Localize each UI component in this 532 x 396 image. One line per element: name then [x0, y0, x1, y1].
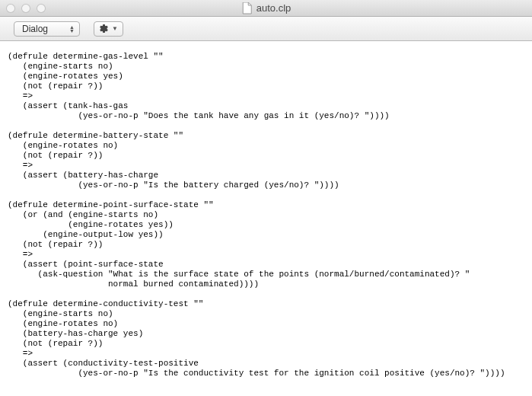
close-button[interactable] [6, 4, 15, 13]
minimize-button[interactable] [21, 4, 30, 13]
traffic-lights [6, 4, 46, 13]
gear-menu-button[interactable]: ▼ [94, 21, 123, 37]
gear-icon [99, 24, 109, 34]
dialog-dropdown[interactable]: Dialog ▲▼ [14, 21, 80, 37]
updown-arrows-icon: ▲▼ [69, 25, 75, 33]
document-icon [241, 2, 252, 14]
dropdown-label: Dialog [22, 24, 48, 34]
toolbar: Dialog ▲▼ ▼ [0, 17, 532, 41]
chevron-down-icon: ▼ [112, 25, 118, 32]
window-title-container: auto.clp [241, 2, 291, 14]
window-titlebar: auto.clp [0, 0, 532, 17]
code-editor[interactable]: (defrule determine-gas-level "" (engine-… [0, 41, 532, 396]
window-title: auto.clp [256, 2, 291, 14]
maximize-button[interactable] [37, 4, 46, 13]
